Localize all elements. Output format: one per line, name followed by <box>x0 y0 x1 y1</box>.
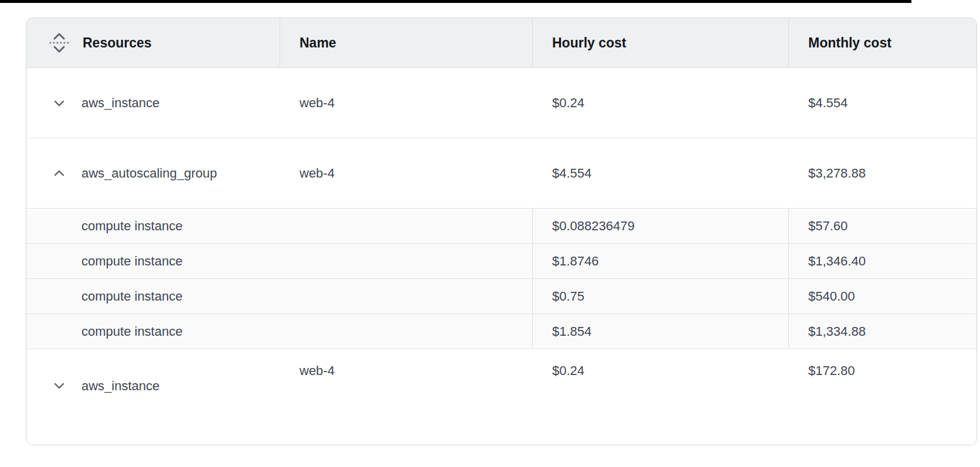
hourly-cost-value: $0.75 <box>552 289 584 304</box>
table-row[interactable]: aws_autoscaling_group web-4 $4.554 $3,27… <box>26 138 976 209</box>
table-header-row: Resources Name Hourly cost Monthly cost <box>26 18 976 68</box>
sub-resource-label: compute instance <box>81 324 182 339</box>
sub-resource-label: compute instance <box>81 289 182 304</box>
sub-resource-label: compute instance <box>81 219 182 234</box>
hourly-cost-value: $0.24 <box>552 96 584 111</box>
monthly-cost-value: $57.60 <box>808 219 848 234</box>
resource-cell: aws_instance <box>26 349 280 445</box>
sub-resource-row[interactable]: compute instance $0.75 $540.00 <box>26 279 976 314</box>
resource-label: aws_instance <box>81 96 159 111</box>
name-cell: web-4 <box>280 138 533 208</box>
monthly-cost-value: $540.00 <box>808 289 855 304</box>
chevron-down-icon[interactable] <box>52 379 66 393</box>
resource-label: aws_instance <box>81 379 159 394</box>
monthly-cost-cell: $57.60 <box>788 209 976 243</box>
name-value: web-4 <box>300 166 335 181</box>
sub-resource-cell: compute instance <box>26 209 533 243</box>
hourly-cost-cell: $0.088236479 <box>532 209 789 243</box>
monthly-cost-cell: $3,278.88 <box>789 138 976 208</box>
name-value: web-4 <box>300 96 335 111</box>
chevron-down-icon[interactable] <box>52 96 66 110</box>
column-label-hourly-cost: Hourly cost <box>552 35 627 51</box>
hourly-cost-cell: $4.554 <box>533 138 789 208</box>
resource-cell: aws_instance <box>26 68 280 138</box>
page-top-bar <box>0 0 911 3</box>
sub-resource-label: compute instance <box>81 254 182 269</box>
sub-resource-row[interactable]: compute instance $1.8746 $1,346.40 <box>26 244 976 279</box>
column-label-name: Name <box>300 35 336 51</box>
resource-label: aws_autoscaling_group <box>81 166 217 181</box>
hourly-cost-cell: $0.24 <box>533 349 789 445</box>
hourly-cost-cell: $1.854 <box>532 314 789 349</box>
sub-resource-row[interactable]: compute instance $1.854 $1,334.88 <box>26 314 976 349</box>
hourly-cost-value: $1.8746 <box>552 254 599 269</box>
hourly-cost-value: $1.854 <box>552 324 591 339</box>
table-row[interactable]: aws_instance web-4 $0.24 $172.80 <box>26 349 976 445</box>
sub-resource-cell: compute instance <box>26 314 533 349</box>
monthly-cost-cell: $172.80 <box>789 349 976 445</box>
drag-reorder-icon[interactable] <box>49 31 70 54</box>
sub-resource-cell: compute instance <box>26 244 533 278</box>
resource-cell: aws_autoscaling_group <box>26 138 280 208</box>
sub-resource-cell: compute instance <box>26 279 533 313</box>
table-row[interactable]: aws_instance web-4 $0.24 $4.554 <box>26 68 976 138</box>
monthly-cost-value: $3,278.88 <box>808 166 866 181</box>
column-label-resources: Resources <box>83 35 152 51</box>
monthly-cost-value: $1,334.88 <box>808 324 866 339</box>
hourly-cost-cell: $0.24 <box>533 68 789 138</box>
header-cell-name[interactable]: Name <box>280 18 533 67</box>
name-value: web-4 <box>300 363 335 379</box>
name-cell: web-4 <box>280 349 533 445</box>
monthly-cost-cell: $1,346.40 <box>788 244 976 278</box>
cost-breakdown-table: Resources Name Hourly cost Monthly cost … <box>26 18 977 445</box>
hourly-cost-cell: $0.75 <box>532 279 789 313</box>
header-cell-monthly-cost[interactable]: Monthly cost <box>789 18 976 67</box>
monthly-cost-cell: $4.554 <box>789 68 976 138</box>
header-cell-hourly-cost[interactable]: Hourly cost <box>533 18 789 67</box>
monthly-cost-cell: $1,334.88 <box>788 314 976 349</box>
hourly-cost-value: $0.24 <box>552 363 584 379</box>
hourly-cost-value: $0.088236479 <box>552 219 635 234</box>
name-cell: web-4 <box>280 68 533 138</box>
chevron-up-icon[interactable] <box>52 166 66 180</box>
header-cell-resources[interactable]: Resources <box>26 18 280 67</box>
monthly-cost-value: $172.80 <box>808 363 855 379</box>
hourly-cost-value: $4.554 <box>552 166 591 181</box>
sub-resource-row[interactable]: compute instance $0.088236479 $57.60 <box>26 209 976 244</box>
monthly-cost-cell: $540.00 <box>788 279 976 313</box>
monthly-cost-value: $4.554 <box>808 96 848 111</box>
column-label-monthly-cost: Monthly cost <box>808 35 891 51</box>
hourly-cost-cell: $1.8746 <box>532 244 789 278</box>
monthly-cost-value: $1,346.40 <box>808 254 866 269</box>
